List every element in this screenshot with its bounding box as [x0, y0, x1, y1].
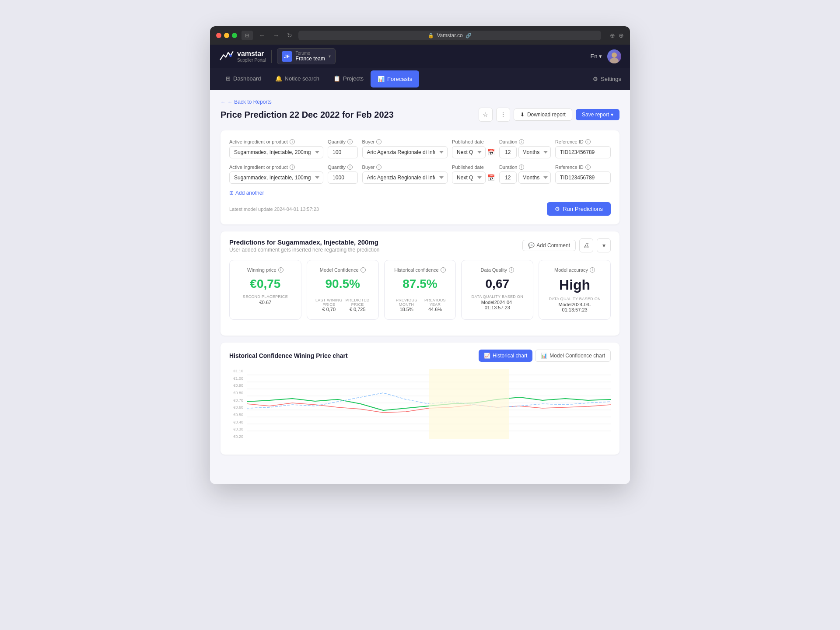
- logo-name: vamstar: [237, 50, 266, 58]
- duration-qty-input-1[interactable]: [499, 146, 517, 158]
- lock-icon: 🔒: [428, 33, 434, 38]
- winning-price-info-icon[interactable]: i: [278, 267, 284, 273]
- back-button[interactable]: ←: [257, 31, 267, 40]
- close-dot[interactable]: [216, 33, 221, 38]
- browser-dots: [216, 33, 237, 38]
- minimize-dot[interactable]: [224, 33, 229, 38]
- historical-confidence-value: 87.5%: [392, 277, 449, 291]
- data-quality-sub-label: DATA QUALITY BASED ON: [469, 294, 526, 299]
- forward-button[interactable]: →: [271, 31, 281, 40]
- duration-unit-select-2[interactable]: Months: [518, 172, 551, 184]
- duration-unit-select-1[interactable]: Months: [518, 146, 551, 158]
- duration-qty-input-2[interactable]: [499, 172, 517, 184]
- help-icon[interactable]: ⊕: [610, 32, 615, 39]
- quantity-input-2[interactable]: [328, 172, 357, 184]
- y-label-8: €0.30: [233, 427, 243, 431]
- reference-info-icon-1[interactable]: i: [585, 139, 591, 144]
- page-title: Price Prediction 22 Dec 2022 for Feb 202…: [220, 110, 394, 120]
- buyer-select-1[interactable]: Aric Agenzia Regionale di Informatica e …: [362, 146, 448, 158]
- print-button[interactable]: 🖨: [579, 238, 593, 252]
- buyer-field-1: Buyer i Aric Agenzia Regionale di Inform…: [362, 139, 448, 158]
- download-report-button[interactable]: ⬇ Download report: [514, 108, 572, 121]
- historical-confidence-info-icon[interactable]: i: [441, 267, 446, 273]
- y-label-9: €0.20: [233, 434, 243, 439]
- nav-item-notice-search[interactable]: 🔔 Notice search: [268, 68, 326, 90]
- reference-info-icon-2[interactable]: i: [585, 164, 591, 170]
- calendar-icon-1[interactable]: 📅: [487, 149, 495, 156]
- active-ingredient-select-1[interactable]: Sugammadex, Injectable, 200mg: [229, 146, 323, 158]
- quantity-info-icon-2[interactable]: i: [347, 164, 353, 170]
- svg-point-1: [612, 52, 617, 58]
- published-date-select-2[interactable]: Next Quarter: [452, 172, 486, 184]
- prediction-title-group: Predictions for Sugammadex, Injectable, …: [229, 238, 380, 253]
- active-ingredient-info-icon-2[interactable]: i: [290, 164, 295, 170]
- logo-subtitle: Supplier Portal: [237, 58, 266, 63]
- historical-chart-tab[interactable]: 📈 Historical chart: [479, 350, 532, 362]
- duration-info-icon-2[interactable]: i: [519, 164, 524, 170]
- calendar-icon-2[interactable]: 📅: [487, 174, 495, 181]
- star-button[interactable]: ☆: [479, 108, 493, 122]
- nav-item-projects[interactable]: 📋 Projects: [326, 68, 371, 90]
- download-label: Download report: [527, 112, 566, 118]
- buyer-select-2[interactable]: Aric Agenzia Regionale di Informatica e …: [362, 172, 448, 184]
- bookmark-icon: 🔗: [466, 33, 472, 38]
- address-bar[interactable]: 🔒 Vamstar.co 🔗: [298, 31, 601, 40]
- quantity-input-1[interactable]: [328, 146, 357, 158]
- reference-input-2[interactable]: [555, 172, 611, 184]
- nav-item-dashboard[interactable]: ⊞ Dashboard: [219, 68, 268, 90]
- collapse-button[interactable]: ▾: [597, 238, 611, 252]
- model-accuracy-sub-values: Model2024-04-01:13:57:23: [546, 302, 603, 312]
- download-icon: ⬇: [520, 112, 525, 118]
- sidebar-tab-button[interactable]: ⊟: [242, 31, 253, 40]
- published-date-select-1[interactable]: Next Quarter: [452, 146, 486, 158]
- language-selector[interactable]: En ▾: [590, 53, 602, 60]
- metric-card-model-confidence: Model Confidence i 90.5% LAST WINING PRI…: [307, 260, 379, 320]
- team-selector[interactable]: JF Terumo France team ▾: [277, 48, 336, 64]
- nav-item-forecasts[interactable]: 📊 Forecasts: [371, 70, 419, 88]
- add-another-label: Add another: [235, 190, 264, 196]
- duration-info-icon-1[interactable]: i: [519, 139, 524, 144]
- add-comment-button[interactable]: 💬 Add Comment: [522, 240, 576, 251]
- y-label-6: €0.50: [233, 413, 243, 417]
- y-label-2: €0.90: [233, 383, 243, 388]
- active-ingredient-select-2[interactable]: Sugammadex, Injectable, 100mg: [229, 172, 323, 184]
- model-confidence-chart-tab[interactable]: 📊 Model Confidence chart: [535, 350, 611, 362]
- user-avatar[interactable]: [607, 49, 621, 63]
- metric-card-model-accuracy: Model accuracy i High DATA QUALITY BASED…: [539, 260, 611, 320]
- more-options-button[interactable]: ⋮: [496, 108, 510, 122]
- run-predictions-button[interactable]: ⚙ Run Predictions: [547, 202, 611, 216]
- metric-card-data-quality: Data Quality i 0,67 DATA QUALITY BASED O…: [461, 260, 533, 320]
- print-icon: 🖨: [583, 242, 589, 249]
- add-another-button[interactable]: ⊞ Add another: [229, 190, 611, 196]
- add-comment-label: Add Comment: [536, 242, 570, 248]
- winning-price-value: €0,75: [237, 277, 294, 291]
- lang-text: En: [590, 53, 597, 60]
- url-text: Vamstar.co: [437, 32, 462, 38]
- y-axis: €1.10 €1.00 €0.90 €0.80 €0.70 €0.60 €0.5…: [229, 369, 245, 439]
- data-quality-value: 0,67: [469, 277, 526, 291]
- save-report-button[interactable]: Save report ▾: [576, 109, 620, 120]
- model-accuracy-sub-label: DATA QUALITY BASED ON: [546, 297, 603, 301]
- browser-chrome: ⊟ ← → ↻ 🔒 Vamstar.co 🔗 ⊕ ⊕: [210, 26, 630, 45]
- team-chevron-down-icon: ▾: [329, 54, 331, 59]
- model-accuracy-info-icon[interactable]: i: [590, 267, 595, 273]
- reference-input-1[interactable]: [555, 146, 611, 158]
- back-link[interactable]: ← ← Back to Reports: [220, 99, 620, 105]
- published-date-field-1: Published date Next Quarter 📅: [452, 139, 495, 158]
- buyer-info-icon-1[interactable]: i: [376, 139, 382, 144]
- reload-button[interactable]: ↻: [285, 31, 294, 40]
- data-quality-info-icon[interactable]: i: [509, 267, 514, 273]
- star-icon: ☆: [483, 111, 488, 118]
- active-ingredient-field-2: Active ingredient or product i Sugammade…: [229, 164, 323, 184]
- winning-price-label: Winning price i: [237, 267, 294, 273]
- published-date-label-2: Published date: [452, 164, 495, 170]
- quantity-info-icon-1[interactable]: i: [347, 139, 353, 144]
- extensions-icon[interactable]: ⊕: [619, 32, 624, 39]
- model-confidence-info-icon[interactable]: i: [360, 267, 366, 273]
- back-arrow-icon: ←: [220, 99, 226, 105]
- model-update-text: Latest model update 2024-04-01 13:57:23: [229, 206, 319, 212]
- buyer-info-icon-2[interactable]: i: [376, 164, 382, 170]
- active-ingredient-info-icon-1[interactable]: i: [290, 139, 295, 144]
- nav-settings[interactable]: ⚙ Settings: [593, 70, 621, 88]
- maximize-dot[interactable]: [232, 33, 237, 38]
